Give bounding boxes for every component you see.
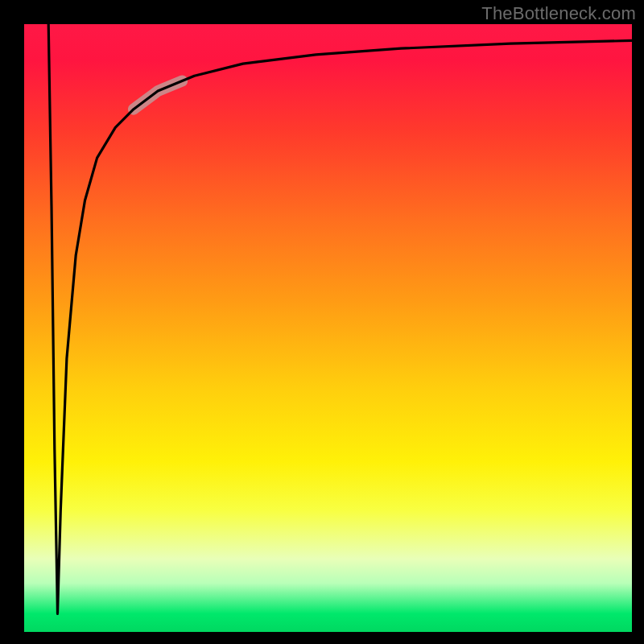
curve-svg — [24, 24, 632, 632]
watermark-text: TheBottleneck.com — [481, 3, 636, 24]
chart-root: TheBottleneck.com — [0, 0, 644, 644]
plot-area — [24, 24, 632, 632]
